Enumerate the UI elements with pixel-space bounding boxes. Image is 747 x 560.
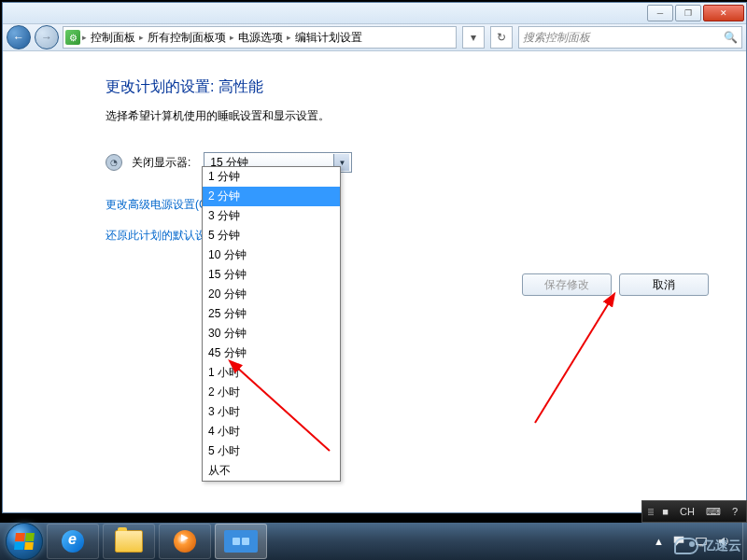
crumb-item[interactable]: 编辑计划设置 bbox=[293, 30, 364, 46]
start-button[interactable] bbox=[6, 523, 43, 560]
titlebar: ─ ❐ ✕ bbox=[3, 3, 746, 24]
dropdown-option[interactable]: 25 分钟 bbox=[203, 304, 340, 324]
chevron-right-icon: ▸ bbox=[287, 33, 291, 42]
control-panel-window: ─ ❐ ✕ ← → ⚙ ▸ 控制面板 ▸ 所有控制面板项 ▸ 电源选项 ▸ 编辑… bbox=[2, 2, 747, 513]
close-button[interactable]: ✕ bbox=[703, 5, 744, 21]
taskbar-ie[interactable] bbox=[47, 524, 99, 559]
annotation-arrow bbox=[526, 283, 675, 432]
advanced-power-link[interactable]: 更改高级电源设置(C bbox=[106, 197, 207, 213]
taskbar: ▲ bbox=[0, 523, 747, 560]
dropdown-option[interactable]: 30 分钟 bbox=[203, 324, 340, 343]
monitor-icon: ◔ bbox=[106, 154, 122, 171]
tray-overflow-button[interactable]: ▲ bbox=[654, 536, 664, 547]
crumb-item[interactable]: 所有控制面板项 bbox=[146, 30, 228, 46]
back-button[interactable]: ← bbox=[7, 25, 31, 49]
language-indicator[interactable]: CH bbox=[677, 506, 698, 517]
chevron-right-icon: ▸ bbox=[230, 33, 234, 42]
watermark-icon bbox=[674, 538, 698, 554]
svg-line-0 bbox=[236, 367, 330, 451]
chevron-right-icon: ▸ bbox=[82, 33, 87, 42]
svg-line-1 bbox=[535, 301, 610, 423]
maximize-button[interactable]: ❐ bbox=[675, 5, 701, 21]
address-bar: ← → ⚙ ▸ 控制面板 ▸ 所有控制面板项 ▸ 电源选项 ▸ 编辑计划设置 ▾… bbox=[3, 24, 746, 51]
windows-logo-icon bbox=[14, 533, 35, 550]
crumb-item[interactable]: 控制面板 bbox=[89, 30, 137, 46]
dropdown-option[interactable]: 3 分钟 bbox=[203, 206, 340, 226]
search-input[interactable]: 搜索控制面板 🔍 bbox=[518, 26, 742, 49]
ime-indicator[interactable]: ■ bbox=[659, 506, 671, 517]
dropdown-option[interactable]: 1 分钟 bbox=[203, 167, 340, 187]
content-area: 更改计划的设置: 高性能 选择希望计算机使用的睡眠设置和显示设置。 ◔ 关闭显示… bbox=[3, 51, 746, 259]
taskbar-control-panel[interactable] bbox=[215, 524, 267, 559]
show-desktop-button[interactable] bbox=[742, 523, 747, 560]
folder-icon bbox=[115, 530, 143, 553]
address-dropdown-button[interactable]: ▾ bbox=[462, 26, 485, 49]
search-icon: 🔍 bbox=[724, 31, 738, 44]
dropdown-option[interactable]: 20 分钟 bbox=[203, 285, 340, 304]
dropdown-option[interactable]: 5 分钟 bbox=[203, 226, 340, 245]
search-placeholder: 搜索控制面板 bbox=[523, 30, 590, 46]
taskbar-explorer[interactable] bbox=[103, 524, 155, 559]
page-title: 更改计划的设置: 高性能 bbox=[106, 77, 746, 97]
dropdown-option[interactable]: 15 分钟 bbox=[203, 265, 340, 285]
forward-button[interactable]: → bbox=[35, 25, 59, 49]
minimize-button[interactable]: ─ bbox=[647, 5, 673, 21]
annotation-arrow bbox=[190, 348, 339, 460]
breadcrumb[interactable]: ⚙ ▸ 控制面板 ▸ 所有控制面板项 ▸ 电源选项 ▸ 编辑计划设置 bbox=[63, 26, 457, 49]
dropdown-option[interactable]: 10 分钟 bbox=[203, 245, 340, 265]
taskbar-media-player[interactable] bbox=[159, 524, 211, 559]
language-bar[interactable]: ■ CH ⌨ ? bbox=[641, 500, 747, 523]
chevron-right-icon: ▸ bbox=[139, 33, 144, 42]
refresh-button[interactable]: ↻ bbox=[490, 26, 513, 49]
page-subtitle: 选择希望计算机使用的睡眠设置和显示设置。 bbox=[106, 108, 746, 124]
restore-defaults-link[interactable]: 还原此计划的默认设 bbox=[106, 228, 206, 244]
watermark: 亿速云 bbox=[674, 538, 741, 554]
help-icon[interactable]: ? bbox=[729, 506, 740, 517]
crumb-item[interactable]: 电源选项 bbox=[236, 30, 285, 46]
drag-handle-icon[interactable] bbox=[648, 509, 654, 515]
keyboard-icon[interactable]: ⌨ bbox=[703, 506, 724, 518]
display-off-label: 关闭显示器: bbox=[132, 155, 190, 171]
control-panel-icon: ⚙ bbox=[65, 30, 80, 45]
media-player-icon bbox=[174, 530, 196, 553]
dropdown-option[interactable]: 从不 bbox=[203, 461, 340, 481]
ie-icon bbox=[62, 530, 84, 553]
control-panel-task-icon bbox=[224, 530, 258, 553]
dropdown-option[interactable]: 2 分钟 bbox=[203, 187, 340, 206]
